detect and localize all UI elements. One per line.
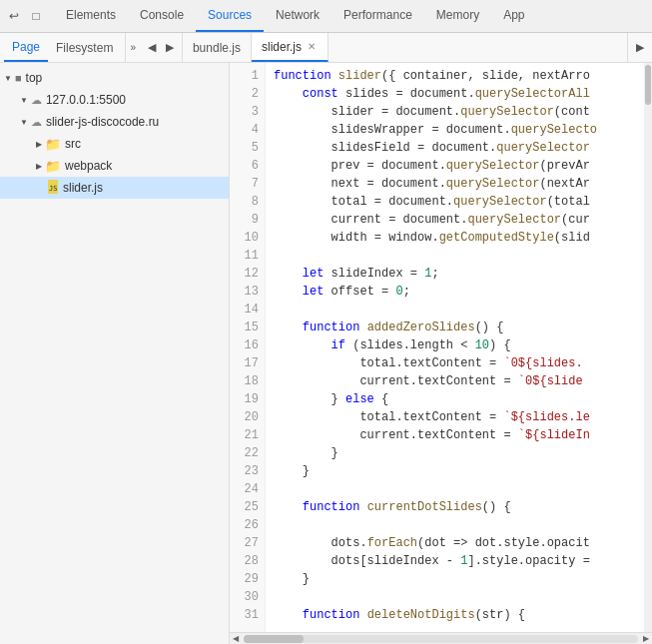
code-line: width = window.getComputedStyle(slid <box>274 229 636 247</box>
line-number: 16 <box>234 336 259 354</box>
line-number: 17 <box>234 354 259 372</box>
code-line: let offset = 0; <box>274 283 636 301</box>
toolbar-nav: ElementsConsoleSourcesNetworkPerformance… <box>54 0 537 32</box>
close-tab-icon[interactable]: ✕ <box>306 40 318 53</box>
toolbar-tab-network[interactable]: Network <box>264 0 331 32</box>
panel-nav-left[interactable]: ◀ <box>144 38 160 58</box>
code-line: function slider({ container, slide, next… <box>274 67 636 85</box>
pc-icon: ■ <box>15 72 22 84</box>
file-tab-label: slider.js <box>262 40 302 54</box>
scrollbar-thumb[interactable] <box>645 65 651 105</box>
tree-arrow-icon: ▼ <box>4 74 12 83</box>
back-icon[interactable]: ↩ <box>4 6 24 26</box>
folder-icon: 📁 <box>45 137 61 152</box>
tree-item-top[interactable]: ▼■top <box>0 67 229 89</box>
line-number: 2 <box>234 85 259 103</box>
panel-nav-right-btn[interactable]: ▶ <box>627 33 652 62</box>
code-line <box>274 480 636 498</box>
toolbar: ↩ □ ElementsConsoleSourcesNetworkPerform… <box>0 0 652 33</box>
line-number: 27 <box>234 534 259 552</box>
code-line: dots.forEach(dot => dot.style.opacit <box>274 534 636 552</box>
code-line: dots[slideIndex - 1].style.opacity = <box>274 552 636 570</box>
svg-text:JS: JS <box>49 185 57 193</box>
code-line: } <box>274 570 636 588</box>
expand-icon[interactable]: ▶ <box>632 38 648 58</box>
forward-icon[interactable]: □ <box>26 6 46 26</box>
file-tabs: bundle.jsslider.js✕ <box>183 33 627 62</box>
line-number: 26 <box>234 516 259 534</box>
scrollbar-x-track[interactable] <box>244 635 638 643</box>
toolbar-tab-memory[interactable]: Memory <box>424 0 491 32</box>
code-line: } <box>274 444 636 462</box>
line-number: 22 <box>234 444 259 462</box>
tree-item-slider-js[interactable]: JSslider.js <box>0 177 229 199</box>
code-line <box>274 301 636 319</box>
code-line: total.textContent = `0${slides. <box>274 354 636 372</box>
file-tree: ▼■top▼☁127.0.0.1:5500▼☁slider-js-discoco… <box>0 63 230 644</box>
toolbar-tab-console[interactable]: Console <box>128 0 196 32</box>
tree-item-label: slider-js-discocode.ru <box>46 115 159 129</box>
tree-item-label: slider.js <box>63 181 103 195</box>
line-number: 11 <box>234 247 259 265</box>
line-number: 18 <box>234 372 259 390</box>
code-line: total.textContent = `${slides.le <box>274 408 636 426</box>
line-number: 21 <box>234 426 259 444</box>
toolbar-tab-app[interactable]: App <box>491 0 536 32</box>
toolbar-tab-performance[interactable]: Performance <box>331 0 424 32</box>
line-number: 31 <box>234 606 259 624</box>
more-icon[interactable]: » <box>126 33 140 62</box>
scrollbar-x-thumb[interactable] <box>244 635 304 643</box>
code-line: function currentDotSlides() { <box>274 498 636 516</box>
page-tab-filesystem[interactable]: Filesystem <box>48 33 121 62</box>
file-tab-bundle.js[interactable]: bundle.js <box>183 33 252 62</box>
scrollbar-y[interactable] <box>644 63 652 632</box>
file-tab-slider.js[interactable]: slider.js✕ <box>252 33 328 62</box>
code-line: } else { <box>274 390 636 408</box>
line-number: 24 <box>234 480 259 498</box>
line-number: 4 <box>234 121 259 139</box>
code-line: current.textContent = `${slideIn <box>274 426 636 444</box>
line-number: 25 <box>234 498 259 516</box>
tree-item-slider-js-discocode-ru[interactable]: ▼☁slider-js-discocode.ru <box>0 111 229 133</box>
tree-arrow-icon: ▼ <box>20 96 28 105</box>
main-content: ▼■top▼☁127.0.0.1:5500▼☁slider-js-discoco… <box>0 63 652 644</box>
code-lines[interactable]: function slider({ container, slide, next… <box>266 63 644 632</box>
scrollbar-x-right[interactable]: ▶ <box>640 633 652 645</box>
tree-item-webpack[interactable]: ▶📁webpack <box>0 155 229 177</box>
line-number: 6 <box>234 157 259 175</box>
code-line <box>274 516 636 534</box>
code-content: 1234567891011121314151617181920212223242… <box>230 63 652 632</box>
panel-nav-right[interactable]: ▶ <box>162 38 178 58</box>
tree-item-src[interactable]: ▶📁src <box>0 133 229 155</box>
line-number: 1 <box>234 67 259 85</box>
tree-item-label: 127.0.0.1:5500 <box>46 93 126 107</box>
code-line: current.textContent = `0${slide <box>274 372 636 390</box>
line-number: 19 <box>234 390 259 408</box>
tree-arrow-icon: ▶ <box>36 140 42 149</box>
code-line: } <box>274 462 636 480</box>
code-panel: 1234567891011121314151617181920212223242… <box>230 63 652 644</box>
tree-arrow-icon: ▶ <box>36 162 42 171</box>
page-tab-page[interactable]: Page <box>4 33 48 62</box>
secondary-bar: PageFilesystem » ◀ ▶ bundle.jsslider.js✕… <box>0 33 652 63</box>
code-line: total = document.querySelector(total <box>274 193 636 211</box>
line-number: 23 <box>234 462 259 480</box>
code-line: slidesWrapper = document.querySelecto <box>274 121 636 139</box>
scrollbar-x: ◀ ▶ <box>230 632 652 644</box>
tree-item-label: src <box>65 137 81 151</box>
scrollbar-x-left[interactable]: ◀ <box>230 633 242 645</box>
line-number: 12 <box>234 265 259 283</box>
code-line: slider = document.querySelector(cont <box>274 103 636 121</box>
code-line: const slides = document.querySelectorAll <box>274 85 636 103</box>
code-line <box>274 247 636 265</box>
line-number: 10 <box>234 229 259 247</box>
panel-nav: ◀ ▶ <box>140 33 183 62</box>
tree-item-label: top <box>26 71 43 85</box>
cloud-icon: ☁ <box>31 94 42 107</box>
tree-item-127-0-0-1-5500[interactable]: ▼☁127.0.0.1:5500 <box>0 89 229 111</box>
toolbar-tab-elements[interactable]: Elements <box>54 0 128 32</box>
page-tabs: PageFilesystem <box>0 33 126 62</box>
code-line: current = document.querySelector(cur <box>274 211 636 229</box>
file-tab-label: bundle.js <box>193 41 241 55</box>
toolbar-tab-sources[interactable]: Sources <box>196 0 264 32</box>
